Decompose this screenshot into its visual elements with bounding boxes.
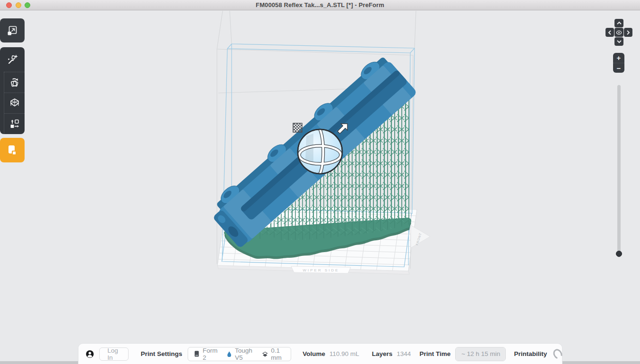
volume-label: Volume — [303, 350, 325, 357]
print-settings-label: Print Settings — [141, 350, 182, 357]
chevron-down-icon — [616, 40, 622, 43]
title-bar: FM00058 Reflex Tak...s_A.STL [*] - PreFo… — [0, 0, 640, 10]
print-time-box: ~ 12 h 15 min — [455, 347, 505, 361]
print-time-value: ~ 12 h 15 min — [456, 347, 505, 361]
minimize-window-button[interactable] — [16, 2, 21, 8]
layers-value: 1344 — [397, 350, 411, 357]
chevron-left-icon — [608, 30, 612, 35]
printer-setting: Form 2 — [194, 347, 219, 361]
layer-height-setting: 0.1 mm — [262, 347, 285, 361]
status-bar: Log In Print Settings Form 2 Tough V5 — [78, 343, 562, 364]
layers-icon — [262, 350, 268, 358]
account-icon[interactable] — [86, 349, 94, 359]
rotate-view-up-button[interactable] — [614, 19, 623, 27]
printability-label: Printability — [514, 350, 547, 357]
eye-icon — [616, 30, 622, 35]
layer-slider-handle[interactable] — [616, 251, 622, 257]
view-center-button[interactable] — [614, 28, 623, 37]
close-window-button[interactable] — [6, 2, 12, 8]
rotate-view-down-button[interactable] — [614, 37, 623, 46]
preform-window: WIPER SIDE FRONT FM00058 Reflex Tak...s_… — [0, 0, 640, 364]
print-settings-button[interactable]: Form 2 Tough V5 0.1 mm — [188, 347, 291, 361]
rotation-sphere-widget[interactable] — [298, 129, 342, 174]
wiper-side-label: WIPER SIDE — [303, 268, 339, 272]
chevron-right-icon — [626, 30, 630, 35]
rotate-view-right-button[interactable] — [624, 28, 632, 37]
layers-label: Layers — [372, 350, 393, 357]
log-in-button[interactable]: Log In — [99, 347, 129, 361]
zoom-out-button[interactable]: − — [613, 63, 624, 73]
printability-spinner-icon — [552, 347, 564, 361]
view-rotation-pad — [605, 19, 632, 46]
wiper-side-tab: WIPER SIDE — [291, 266, 351, 273]
volume-value: 110.90 mL — [329, 350, 359, 357]
texture-cursor-icon — [293, 123, 302, 132]
chevron-up-icon — [616, 21, 622, 25]
window-title: FM00058 Reflex Tak...s_A.STL [*] - PreFo… — [256, 1, 384, 8]
zoom-controls: + − — [613, 53, 624, 73]
rotate-view-left-button[interactable] — [605, 28, 614, 37]
print-time-label: Print Time — [419, 350, 450, 357]
front-indicator: FRONT — [411, 225, 430, 248]
layer-height-value: 0.1 mm — [271, 347, 285, 361]
viewport-3d[interactable]: WIPER SIDE FRONT — [0, 0, 640, 364]
layer-slider-track[interactable] — [617, 85, 621, 257]
droplet-icon — [227, 350, 232, 358]
printer-icon — [194, 350, 199, 358]
material-name: Tough V5 — [235, 347, 254, 361]
zoom-in-button[interactable]: + — [613, 53, 624, 63]
material-setting: Tough V5 — [227, 347, 254, 361]
printer-name: Form 2 — [203, 347, 219, 361]
fullscreen-window-button[interactable] — [25, 2, 30, 8]
